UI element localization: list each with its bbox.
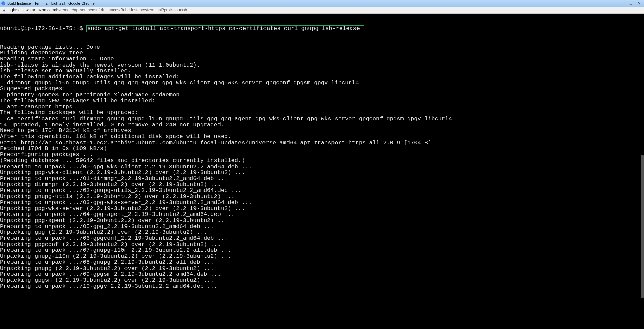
terminal-line: After this operation, 161 kB of addition… — [0, 134, 644, 140]
shell-prompt: ubuntu@ip-172-26-1-75:~$ — [0, 25, 86, 32]
url-path: /ls/remote/ap-southeast-1/instances/Buil… — [55, 8, 187, 12]
url-text[interactable]: lightsail.aws.amazon.com/ls/remote/ap-so… — [9, 8, 641, 12]
terminal-line: ca-certificates curl dirmngr gnupg gnupg… — [0, 116, 644, 122]
minimize-button[interactable]: — — [621, 2, 625, 5]
terminal-line: Preparing to unpack .../01-dirmngr_2.2.1… — [0, 176, 644, 182]
terminal-line: (Reading database ... 59642 files and di… — [0, 158, 644, 164]
window-controls: — ☐ ✕ — [621, 2, 643, 5]
chrome-favicon-icon — [1, 1, 5, 5]
close-button[interactable]: ✕ — [638, 2, 641, 5]
lock-icon — [3, 8, 6, 12]
terminal-line: Preparing to unpack .../00-gpg-wks-clien… — [0, 164, 644, 170]
terminal-line: pinentry-gnome3 tor parcimonie xloadimag… — [0, 92, 644, 98]
terminal-scrollbar[interactable] — [641, 14, 644, 329]
terminal-line: Get:1 http://ap-southeast-1.ec2.archive.… — [0, 140, 644, 146]
terminal-line: Preparing to unpack .../04-gpg-agent_2.2… — [0, 211, 644, 218]
terminal-line: Preparing to unpack .../06-gpgconf_2.2.1… — [0, 235, 644, 242]
url-domain: lightsail.aws.amazon.com — [9, 8, 55, 12]
terminal-line: Preparing to unpack .../08-gnupg_2.2.19-… — [0, 259, 644, 265]
terminal-line: Building dependency tree — [0, 50, 644, 56]
terminal-line: Suggested packages: — [0, 86, 644, 92]
terminal-viewport[interactable]: ubuntu@ip-172-26-1-75:~$ sudo apt-get in… — [0, 14, 644, 329]
terminal-line: The following additional packages will b… — [0, 74, 644, 80]
command-selection[interactable]: sudo apt-get install apt-transport-https… — [86, 25, 364, 32]
terminal-line: Unpacking gpg-wks-server (2.2.19-3ubuntu… — [0, 206, 644, 212]
terminal-line: dirmngr gnupg-l10n gnupg-utils gpg gpg-a… — [0, 80, 644, 86]
terminal-output: Reading package lists... DoneBuilding de… — [0, 44, 644, 289]
terminal-line: Unpacking gpgconf (2.2.19-3ubuntu2.2) ov… — [0, 242, 644, 248]
address-bar[interactable]: lightsail.aws.amazon.com/ls/remote/ap-so… — [0, 7, 644, 14]
terminal-line: Unpacking gpg-wks-client (2.2.19-3ubuntu… — [0, 170, 644, 176]
terminal-line: The following packages will be upgraded: — [0, 110, 644, 116]
terminal-line: Unpacking gnupg-l10n (2.2.19-3ubuntu2.2)… — [0, 253, 644, 259]
scrollbar-thumb[interactable] — [641, 155, 644, 297]
maximize-button[interactable]: ☐ — [629, 2, 633, 5]
terminal-line: Unpacking gpg-agent (2.2.19-3ubuntu2.2) … — [0, 218, 644, 224]
terminal-line: Unpacking dirmngr (2.2.19-3ubuntu2.2) ov… — [0, 182, 644, 188]
terminal-line: Need to get 1704 B/3104 kB of archives. — [0, 128, 644, 134]
terminal-line: Preparing to unpack .../10-gpgv_2.2.19-3… — [0, 283, 644, 289]
terminal-line: lsb-release is already the newest versio… — [0, 62, 644, 68]
terminal-line: Preparing to unpack .../02-gnupg-utils_2… — [0, 187, 644, 194]
terminal-line: Unpacking gnupg (2.2.19-3ubuntu2.2) over… — [0, 265, 644, 272]
terminal-line: Preparing to unpack .../07-gnupg-l10n_2.… — [0, 247, 644, 253]
terminal-line: Reading state information... Done — [0, 56, 644, 62]
terminal-line: Preparing to unpack .../05-gpg_2.2.19-3u… — [0, 224, 644, 230]
window-title: Build-Instance - Terminal | Lightsail - … — [7, 1, 621, 5]
terminal-line: 14 upgraded, 1 newly installed, 0 to rem… — [0, 122, 644, 128]
terminal-line: Unpacking gnupg-utils (2.2.19-3ubuntu2.2… — [0, 194, 644, 200]
window-titlebar: Build-Instance - Terminal | Lightsail - … — [0, 0, 644, 7]
terminal-line: Fetched 1704 B in 0s (109 kB/s) — [0, 146, 644, 152]
terminal-line: apt-transport-https — [0, 104, 644, 110]
terminal-line: Preparing to unpack .../03-gpg-wks-serve… — [0, 200, 644, 206]
terminal-line: Preparing to unpack .../09-gpgsm_2.2.19-… — [0, 271, 644, 277]
prompt-line: ubuntu@ip-172-26-1-75:~$ sudo apt-get in… — [0, 25, 644, 32]
terminal-line: Reading package lists... Done — [0, 44, 644, 50]
terminal-line: Preconfiguring packages ... — [0, 152, 644, 158]
terminal-line: Unpacking gpgsm (2.2.19-3ubuntu2.2) over… — [0, 277, 644, 283]
terminal-line: lsb-release set to manually installed. — [0, 68, 644, 74]
terminal-line: Unpacking gpg (2.2.19-3ubuntu2.2) over (… — [0, 229, 644, 235]
terminal-line: The following NEW packages will be insta… — [0, 98, 644, 104]
